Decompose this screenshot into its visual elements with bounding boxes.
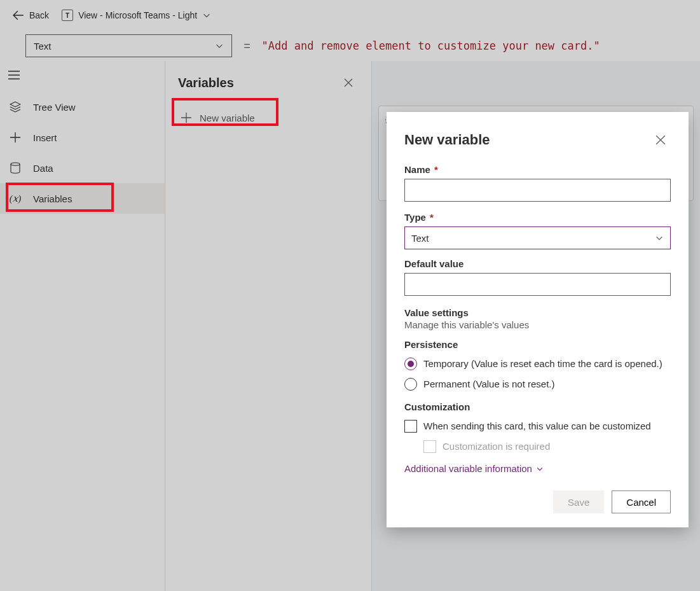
variable-icon: (𝑥) [9,192,22,205]
type-label: Type * [404,212,671,223]
customization-checkbox[interactable]: When sending this card, this value can b… [404,416,671,436]
value-settings-subtext: Manage this variable's values [404,319,671,330]
view-switcher[interactable]: T View - Microsoft Teams - Light [62,10,211,21]
back-label: Back [29,10,49,20]
radio-label: Permanent (Value is not reset.) [423,378,554,391]
type-select[interactable]: Text [404,226,671,249]
type-select-value: Text [411,233,429,244]
chevron-down-icon [202,11,211,20]
persistence-heading: Persistence [404,339,671,350]
formula-bar-text[interactable]: "Add and remove element to customize you… [262,39,600,52]
cancel-button[interactable]: Cancel [612,490,671,513]
plus-icon [181,112,192,123]
nav-label: Tree View [33,102,76,113]
svg-point-0 [11,163,20,165]
default-value-label: Default value [404,258,671,269]
chevron-down-icon [655,233,664,242]
nav-tree-view[interactable]: Tree View [0,92,165,122]
persistence-permanent-radio[interactable]: Permanent (Value is not reset.) [404,374,671,394]
tree-view-icon [9,101,22,113]
customization-heading: Customization [404,401,671,412]
chevron-down-icon [215,41,224,50]
teams-icon: T [62,10,73,21]
nav-data[interactable]: Data [0,153,165,183]
additional-info-expander[interactable]: Additional variable information [404,463,671,474]
expander-label: Additional variable information [404,463,532,474]
nav-insert[interactable]: Insert [0,122,165,153]
new-variable-label: New variable [200,113,255,123]
checkbox-icon [404,420,417,433]
new-variable-button[interactable]: New variable [178,107,359,129]
dialog-close-button[interactable] [650,130,671,150]
plus-icon [9,131,22,144]
arrow-left-icon [13,10,24,21]
radio-icon [404,358,417,370]
name-input[interactable] [404,179,671,202]
new-variable-dialog: New variable Name * Type * Text Default … [387,112,689,527]
close-panel-button[interactable] [338,73,359,93]
checkbox-label: Customization is required [443,440,550,453]
chevron-down-icon [536,465,544,473]
checkbox-label: When sending this card, this value can b… [423,420,651,433]
save-button[interactable]: Save [553,490,604,513]
default-value-input[interactable] [404,273,671,296]
variables-panel-title: Variables [178,76,234,90]
name-label: Name * [404,164,671,175]
nav-label: Data [33,163,53,174]
equals-sign: = [240,39,254,53]
radio-icon [404,378,417,391]
nav-variables[interactable]: (𝑥) Variables [0,183,165,214]
property-selector-value: Text [34,41,51,52]
persistence-temporary-radio[interactable]: Temporary (Value is reset each time the … [404,354,671,374]
customization-required-checkbox: Customization is required [423,436,671,457]
dialog-title: New variable [404,132,490,148]
nav-label: Variables [33,193,72,204]
value-settings-heading: Value settings [404,307,671,318]
back-button[interactable]: Back [5,10,57,21]
radio-label: Temporary (Value is reset each time the … [423,358,662,370]
checkbox-icon [423,440,436,453]
nav-label: Insert [33,132,57,143]
data-icon [9,162,22,174]
hamburger-button[interactable] [0,61,28,89]
view-title: View - Microsoft Teams - Light [78,10,197,20]
property-selector[interactable]: Text [25,34,232,57]
